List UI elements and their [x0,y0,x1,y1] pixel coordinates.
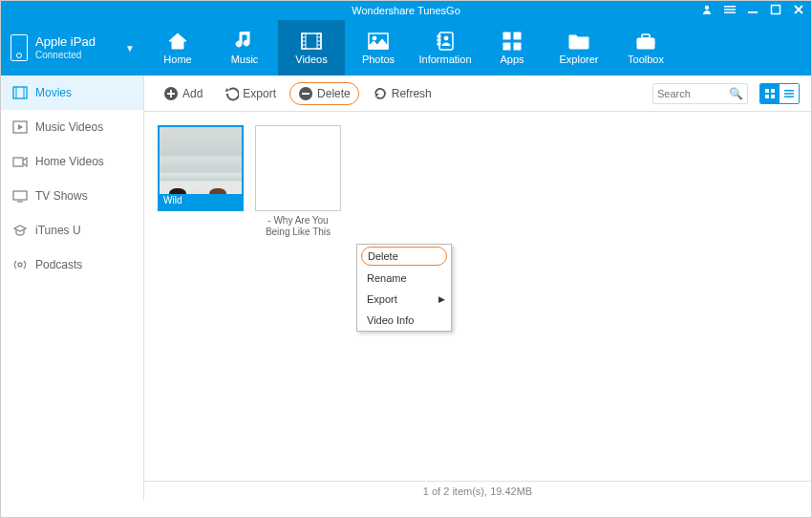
video-thumb[interactable]: Wild [158,125,244,238]
svg-rect-3 [724,11,736,13]
home-icon [166,32,189,51]
sidebar-item-label: Music Videos [35,120,103,134]
tool-label: Refresh [392,87,432,100]
svg-rect-27 [642,34,650,38]
nav-photos[interactable]: Photos [345,20,412,76]
toolbox-icon [634,32,657,51]
svg-rect-43 [771,95,775,98]
menu-icon[interactable] [723,3,737,16]
view-toggle [759,83,800,104]
nav-explorer[interactable]: Explorer [545,20,612,76]
nav-label: Toolbox [628,54,664,65]
svg-rect-33 [13,158,23,166]
nav-label: Home [163,54,191,65]
music-videos-icon [12,120,28,134]
sidebar-item-music-videos[interactable]: Music Videos [1,110,143,144]
search-box[interactable]: 🔍 [652,83,748,104]
main-nav: Home Music Videos Photos Information App… [144,20,679,76]
explorer-icon [567,32,590,51]
sidebar-item-home-videos[interactable]: Home Videos [1,144,143,179]
nav-music[interactable]: Music [211,20,278,76]
svg-point-0 [705,6,709,10]
ctx-video-info[interactable]: Video Info [357,310,451,331]
video-caption: - Why Are You Being Like This [255,215,341,238]
svg-point-16 [373,36,376,40]
sidebar-item-label: iTunes U [35,224,81,237]
svg-rect-42 [765,95,769,98]
nav-toolbox[interactable]: Toolbox [612,20,679,76]
close-icon[interactable] [792,3,805,16]
svg-rect-44 [784,90,794,92]
svg-rect-18 [438,35,440,37]
sidebar-item-label: Podcasts [35,258,82,271]
svg-rect-1 [724,6,736,8]
sidebar-item-label: Home Videos [35,155,104,168]
apps-icon [501,32,524,51]
svg-rect-22 [503,32,510,39]
svg-rect-23 [514,32,521,39]
video-thumb[interactable]: - Why Are You Being Like This [255,125,341,238]
tool-label: Delete [317,87,351,100]
context-menu: Delete Rename Export▶ Video Info [356,244,452,332]
music-icon [233,32,256,51]
video-gallery: Wild - Why Are You Being Like This Delet… [144,112,811,481]
user-icon[interactable] [700,3,714,16]
tool-label: Export [243,87,276,100]
svg-rect-41 [771,89,775,93]
search-icon[interactable]: 🔍 [729,87,743,100]
refresh-icon [373,86,388,101]
chevron-down-icon: ▼ [125,43,135,54]
svg-rect-39 [302,93,310,95]
svg-rect-40 [765,89,769,93]
sidebar-item-itunes-u[interactable]: iTunes U [1,213,143,248]
sidebar-item-tv-shows[interactable]: TV Shows [1,179,143,213]
nav-information[interactable]: Information [412,20,479,76]
ctx-rename[interactable]: Rename [357,268,451,289]
refresh-button[interactable]: Refresh [365,82,439,105]
maximize-icon[interactable] [769,3,782,16]
nav-label: Videos [295,54,327,65]
svg-rect-17 [439,32,453,50]
grid-view-button[interactable] [760,84,780,103]
nav-apps[interactable]: Apps [479,20,545,76]
search-input[interactable] [657,88,726,99]
ctx-delete[interactable]: Delete [361,247,447,266]
sidebar-item-label: TV Shows [35,189,88,203]
svg-rect-28 [637,42,654,43]
nav-videos[interactable]: Videos [278,20,345,76]
device-icon [11,34,28,61]
sidebar-item-podcasts[interactable]: Podcasts [1,248,143,282]
svg-rect-19 [438,39,440,41]
sidebar-item-movies[interactable]: Movies [1,76,143,110]
device-status: Connected [35,50,96,60]
device-selector[interactable]: Apple iPad Connected ▼ [1,20,144,76]
list-view-button[interactable] [780,84,799,103]
itunes-u-icon [12,224,28,237]
submenu-arrow-icon: ▶ [438,294,445,304]
movies-icon [12,86,28,99]
nav-home[interactable]: Home [144,20,211,76]
video-thumbnail-image: Wild [158,125,244,211]
export-button[interactable]: Export [216,82,284,105]
add-button[interactable]: Add [156,82,210,105]
svg-rect-2 [724,9,736,11]
nav-label: Music [231,54,259,65]
minimize-icon[interactable] [746,3,759,16]
device-name: Apple iPad [35,35,96,49]
podcasts-icon [12,258,28,271]
svg-rect-25 [514,43,521,50]
delete-icon [298,86,313,101]
status-bar: 1 of 2 item(s), 19.42MB [144,481,811,500]
add-icon [163,86,179,101]
titlebar: Wondershare TunesGo [1,1,811,20]
content-area: Add Export Delete Refresh 🔍 [144,76,811,500]
svg-rect-45 [784,93,794,95]
delete-button[interactable]: Delete [289,82,359,105]
svg-rect-46 [784,96,794,97]
svg-rect-5 [772,6,780,14]
svg-rect-24 [503,43,510,50]
ctx-export[interactable]: Export▶ [357,289,451,310]
nav-label: Apps [500,54,524,65]
svg-point-21 [444,36,448,40]
topbar: Apple iPad Connected ▼ Home Music Videos… [1,20,811,76]
